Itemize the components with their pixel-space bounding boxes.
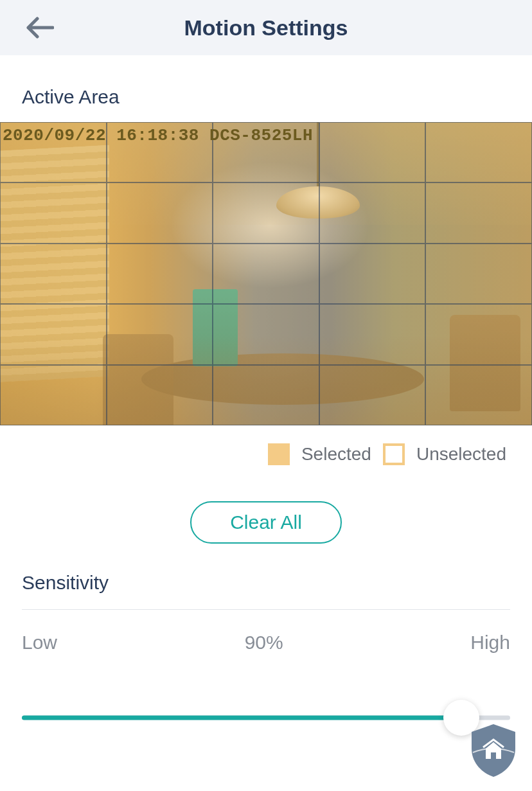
motion-grid-cell[interactable] xyxy=(319,122,426,182)
slider-value-label: 90% xyxy=(245,632,283,653)
motion-grid-cell[interactable] xyxy=(213,365,319,425)
content: Active Area 2020/09/22 16:18:38 DCS-8525… xyxy=(0,55,532,737)
motion-grid-cell[interactable] xyxy=(213,182,319,243)
page-title: Motion Settings xyxy=(0,15,532,40)
shield-badge-icon xyxy=(466,720,520,779)
sensitivity-label: Sensitivity xyxy=(22,572,510,594)
legend-unselected-label: Unselected xyxy=(416,444,506,465)
clear-all-button[interactable]: Clear All xyxy=(190,501,342,544)
motion-grid-cell[interactable] xyxy=(107,244,213,304)
motion-grid-cell[interactable] xyxy=(425,365,532,425)
motion-grid-cell[interactable] xyxy=(107,365,213,425)
motion-grid-cell[interactable] xyxy=(425,182,532,243)
motion-grid-cell[interactable] xyxy=(0,304,107,364)
motion-grid-cell[interactable] xyxy=(0,182,107,243)
swatch-unselected-icon xyxy=(383,443,405,465)
motion-grid-cell[interactable] xyxy=(0,365,107,425)
motion-grid-cell[interactable] xyxy=(319,304,426,364)
motion-grid-cell[interactable] xyxy=(425,304,532,364)
swatch-selected-icon xyxy=(268,443,290,465)
motion-grid-cell[interactable] xyxy=(425,244,532,304)
sensitivity-section: Sensitivity Low 90% High xyxy=(0,567,532,737)
camera-osd-text: 2020/09/22 16:18:38 DCS-8525LH xyxy=(3,126,313,145)
back-button[interactable] xyxy=(23,12,55,44)
motion-grid[interactable] xyxy=(0,122,532,425)
slider-low-label: Low xyxy=(22,632,57,653)
arrow-left-icon xyxy=(24,16,54,39)
slider-fill xyxy=(22,716,461,720)
sensitivity-slider[interactable] xyxy=(22,698,510,737)
motion-grid-cell[interactable] xyxy=(319,244,426,304)
slider-high-label: High xyxy=(470,632,510,653)
motion-grid-cell[interactable] xyxy=(425,122,532,182)
svg-rect-0 xyxy=(491,752,496,759)
legend: Selected Unselected xyxy=(0,425,532,465)
motion-grid-cell[interactable] xyxy=(213,244,319,304)
legend-selected-label: Selected xyxy=(301,444,371,465)
motion-grid-cell[interactable] xyxy=(0,244,107,304)
motion-grid-cell[interactable] xyxy=(319,365,426,425)
slider-labels: Low 90% High xyxy=(22,632,510,653)
motion-grid-cell[interactable] xyxy=(107,182,213,243)
divider xyxy=(22,609,510,610)
clear-button-wrap: Clear All xyxy=(0,465,532,567)
motion-grid-cell[interactable] xyxy=(319,182,426,243)
camera-preview[interactable]: 2020/09/22 16:18:38 DCS-8525LH xyxy=(0,122,532,425)
motion-grid-cell[interactable] xyxy=(107,304,213,364)
header-bar: Motion Settings xyxy=(0,0,532,55)
motion-grid-cell[interactable] xyxy=(213,304,319,364)
active-area-label: Active Area xyxy=(0,55,532,122)
